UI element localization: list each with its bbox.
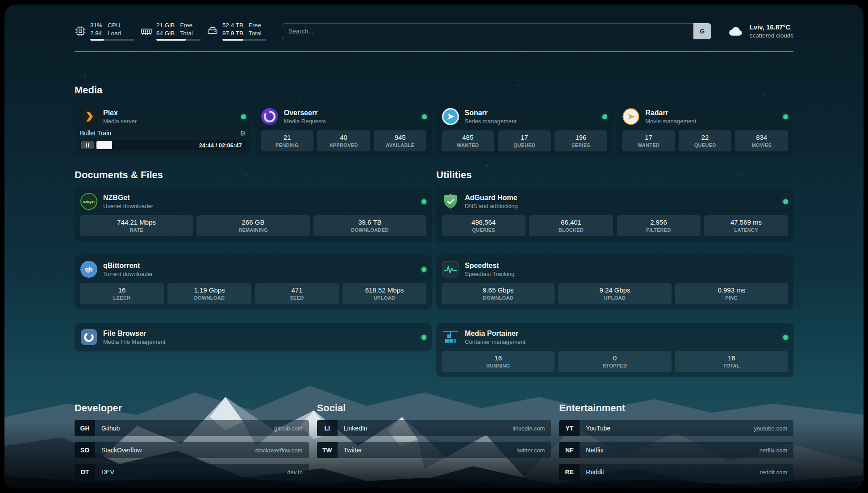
bookmark-abbr: NF [559, 442, 580, 458]
status-dot [421, 335, 426, 340]
stat-wanted: 17 WANTED [622, 130, 675, 151]
stat-queued: 22 QUEUED [679, 130, 732, 151]
service-card-radarr[interactable]: Radarr Movie management 17 WANTED 22 QUE… [617, 102, 793, 157]
plex-icon [80, 108, 98, 125]
cpu-label-2: Load [108, 29, 121, 38]
service-card-sonarr[interactable]: Sonarr Series management 485 WANTED 17 Q… [436, 102, 613, 157]
stat-value: 17 [500, 134, 549, 141]
stat-value: 17 [624, 134, 673, 141]
bookmark-dev[interactable]: DT DEV dev.to [75, 464, 309, 480]
bookmark-name: DEV [101, 468, 114, 476]
disk-label-2: Total [249, 29, 262, 38]
weather-widget: Lviv, 16.87°C scattered clouds [726, 23, 793, 39]
cpu-progress-bar [90, 39, 134, 41]
stat-blocked: 86,401 BLOCKED [529, 215, 613, 236]
bookmark-stackoverflow[interactable]: SO StackOverflow stackoverflow.com [75, 442, 309, 458]
service-card-portainer[interactable]: Media Portainer Container management 16 … [436, 323, 793, 377]
stat-label: FILTERED [618, 227, 699, 233]
stat-value: 744.21 Mbps [82, 218, 191, 226]
stat-series: 196 SERIES [555, 130, 608, 151]
bookmark-abbr: GH [75, 420, 95, 436]
stat-value: 945 [376, 134, 425, 141]
service-title: AdGuard Home [465, 194, 518, 202]
stat-available: 945 AVAILABLE [374, 130, 427, 151]
search-input[interactable] [282, 23, 711, 39]
section-utilities: Utilities [436, 169, 793, 377]
service-subtitle: Torrent downloader [103, 271, 153, 277]
stat-wanted: 485 WANTED [442, 130, 495, 151]
stat-latency: 47.569 ms LATENCY [704, 215, 788, 236]
stat-label: DOWNLOAD [169, 295, 250, 301]
status-dot [602, 114, 607, 119]
stat-label: WANTED [443, 142, 493, 148]
bookmark-name: YouTube [586, 425, 610, 432]
stat-ping: 0.993 ms PING [675, 283, 788, 304]
stat-seed: 471 SEED [255, 283, 339, 304]
stat-label: RATE [82, 227, 191, 233]
bookmark-domain: reddit.com [760, 469, 787, 476]
stat-value: 498,564 [443, 218, 524, 226]
bookmark-twitter[interactable]: TW Twitter twitter.com [317, 442, 551, 458]
stat-label: PING [677, 295, 786, 301]
cpu-usage-value: 31% [90, 21, 102, 29]
stat-label: QUEUED [500, 142, 549, 148]
bookmark-netflix[interactable]: NF Netflix netflix.com [559, 442, 793, 458]
service-card-speedtest[interactable]: Speedtest Speedtest Tracking 9.65 Gbps D… [436, 255, 793, 309]
service-card-filebrowser[interactable]: File Browser Media File Management [75, 323, 432, 351]
section-heading-social: Social [317, 402, 551, 414]
stat-label: QUERIES [443, 227, 524, 233]
bookmark-abbr: DT [75, 464, 95, 480]
stat-label: TOTAL [677, 363, 786, 368]
service-card-adguard[interactable]: AdGuard Home DNS and adblocking 498,564 … [436, 187, 793, 242]
stat-value: 618.52 Mbps [344, 286, 425, 294]
stat-label: APPROVED [319, 142, 368, 148]
search-provider-button[interactable]: G [693, 23, 711, 39]
stat-value: 21 [263, 134, 312, 141]
service-title: NZBGet [103, 194, 153, 202]
service-subtitle: Movie management [645, 118, 696, 125]
bookmark-github[interactable]: GH Github github.com [75, 420, 309, 436]
stat-label: DOWNLOAD [443, 295, 553, 301]
service-title: Radarr [645, 109, 696, 117]
disk-label-1: Free [249, 21, 262, 29]
service-card-overseerr[interactable]: Overseerr Media Requests 21 PENDING 40 A… [255, 102, 432, 157]
status-dot [421, 199, 426, 204]
bookmark-reddit[interactable]: RE Reddit reddit.com [559, 464, 793, 480]
stat-label: PENDING [263, 142, 312, 148]
stat-remaining: 266 GB REMAINING [196, 215, 309, 236]
status-dot [783, 114, 788, 119]
bookmark-domain: dev.to [287, 469, 302, 476]
playback-progress-fill [96, 141, 112, 149]
stat-value: 9.65 Gbps [443, 286, 553, 294]
player-settings-icon[interactable]: ⚙ [240, 130, 246, 137]
disk-progress-bar [222, 39, 267, 41]
playback-progress-track[interactable] [96, 141, 196, 149]
stat-value: 0.993 ms [677, 286, 786, 294]
pause-button[interactable] [81, 141, 94, 149]
bookmark-abbr: TW [317, 442, 338, 458]
bookmark-youtube[interactable]: YT YouTube youtube.com [559, 420, 793, 436]
cloud-icon [726, 25, 744, 38]
status-dot [783, 199, 788, 204]
stat-label: SEED [257, 295, 337, 301]
stat-label: REMAINING [198, 227, 308, 233]
service-card-nzbget[interactable]: nzbget NZBGet Usenet downloader 744.21 M… [75, 187, 432, 242]
stat-value: 40 [319, 134, 368, 141]
header-divider [75, 51, 793, 52]
service-card-qbittorrent[interactable]: qb qBittorrent Torrent downloader 16 [75, 255, 432, 309]
disk-icon [207, 25, 218, 37]
stat-rate: 744.21 Mbps RATE [80, 215, 193, 236]
stat-value: 0 [560, 354, 669, 362]
bookmark-domain: stackoverflow.com [255, 447, 302, 454]
bookmark-domain: linkedin.com [513, 425, 545, 432]
service-card-plex[interactable]: Plex Media server Bullet Train ⚙ [75, 102, 251, 157]
stat-label: WANTED [624, 142, 673, 148]
bookmark-linkedin[interactable]: LI LinkedIn linkedin.com [317, 420, 551, 436]
stat-leech: 16 LEECH [80, 283, 164, 304]
cpu-load-value: 2.94 [90, 29, 102, 38]
section-heading-media: Media [75, 84, 793, 96]
service-subtitle: Media Requests [284, 118, 326, 125]
stat-queued: 17 QUEUED [498, 130, 551, 151]
stat-value: 9.24 Gbps [560, 286, 669, 294]
service-subtitle: Media server [103, 118, 137, 125]
